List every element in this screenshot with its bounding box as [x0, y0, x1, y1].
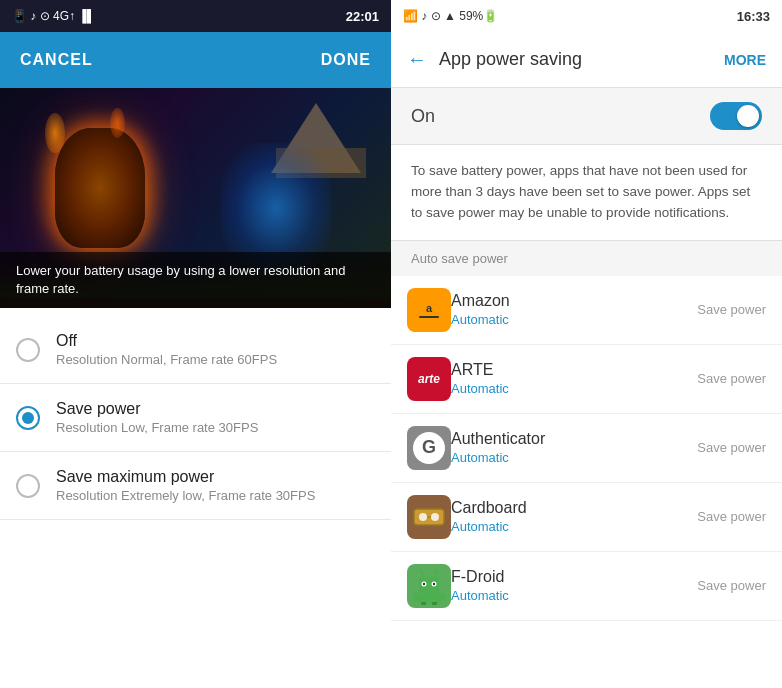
- list-item[interactable]: G Authenticator Automatic Save power: [391, 414, 782, 483]
- arte-name: ARTE: [451, 361, 697, 379]
- option-save-max-text: Save maximum power Resolution Extremely …: [56, 468, 375, 503]
- amazon-info: Amazon Automatic: [451, 292, 697, 327]
- on-label: On: [411, 106, 435, 127]
- right-panel: 📶 ♪ ⊙ ▲ 59%🔋 16:33 ← App power saving MO…: [391, 0, 782, 688]
- app-list: a Amazon Automatic Save power arte ARTE …: [391, 276, 782, 688]
- toggle-switch[interactable]: [710, 102, 762, 130]
- svg-rect-16: [421, 602, 426, 605]
- auth-g-letter: G: [413, 432, 445, 464]
- page-title: App power saving: [439, 49, 724, 70]
- amazon-icon: a: [407, 288, 451, 332]
- option-off-subtitle: Resolution Normal, Frame rate 60FPS: [56, 352, 375, 367]
- svg-point-2: [431, 513, 439, 521]
- fdroid-icon: [407, 564, 451, 608]
- svg-point-8: [433, 583, 435, 585]
- right-status-bar: 📶 ♪ ⊙ ▲ 59%🔋 16:33: [391, 0, 782, 32]
- list-item[interactable]: Cardboard Automatic Save power: [391, 483, 782, 552]
- option-off[interactable]: Off Resolution Normal, Frame rate 60FPS: [0, 316, 391, 384]
- left-toolbar: CANCEL DONE: [0, 32, 391, 88]
- cardboard-info: Cardboard Automatic: [451, 499, 697, 534]
- radio-off[interactable]: [16, 338, 40, 362]
- amazon-action: Save power: [697, 302, 766, 317]
- amazon-sub: Automatic: [451, 312, 697, 327]
- auth-sub: Automatic: [451, 450, 697, 465]
- option-save-power-subtitle: Resolution Low, Frame rate 30FPS: [56, 420, 375, 435]
- arte-info: ARTE Automatic: [451, 361, 697, 396]
- svg-point-11: [420, 569, 423, 572]
- auth-action: Save power: [697, 440, 766, 455]
- option-save-power-title: Save power: [56, 400, 375, 418]
- list-item[interactable]: F-Droid Automatic Save power: [391, 552, 782, 621]
- cardboard-action: Save power: [697, 509, 766, 524]
- game-image: Lower your battery usage by using a lowe…: [0, 88, 391, 308]
- back-button[interactable]: ←: [407, 48, 427, 71]
- left-status-bar: 📱 ♪ ⊙ 4G↑ ▐▌ 22:01: [0, 0, 391, 32]
- arte-action: Save power: [697, 371, 766, 386]
- left-time: 22:01: [346, 9, 379, 24]
- cardboard-sub: Automatic: [451, 519, 697, 534]
- left-status-icons: 📱 ♪ ⊙ 4G↑ ▐▌: [12, 9, 95, 23]
- right-toolbar: ← App power saving MORE: [391, 32, 782, 88]
- toggle-knob: [737, 105, 759, 127]
- cardboard-icon: [407, 495, 451, 539]
- game-caption-text: Lower your battery usage by using a lowe…: [16, 263, 346, 296]
- done-button[interactable]: DONE: [321, 51, 371, 69]
- on-toggle-row: On: [391, 88, 782, 145]
- radio-save-power[interactable]: [16, 406, 40, 430]
- option-save-max[interactable]: Save maximum power Resolution Extremely …: [0, 452, 391, 520]
- fdroid-sub: Automatic: [451, 588, 697, 603]
- svg-point-12: [436, 569, 439, 572]
- fire-particle-2: [110, 108, 125, 138]
- cardboard-name: Cardboard: [451, 499, 697, 517]
- description-box: To save battery power, apps that have no…: [391, 145, 782, 241]
- option-off-text: Off Resolution Normal, Frame rate 60FPS: [56, 332, 375, 367]
- more-button[interactable]: MORE: [724, 52, 766, 68]
- svg-rect-17: [432, 602, 437, 605]
- svg-rect-15: [441, 593, 445, 601]
- arte-icon: arte: [407, 357, 451, 401]
- option-save-power[interactable]: Save power Resolution Low, Frame rate 30…: [0, 384, 391, 452]
- auth-icon: G: [407, 426, 451, 470]
- option-save-power-text: Save power Resolution Low, Frame rate 30…: [56, 400, 375, 435]
- option-off-title: Off: [56, 332, 375, 350]
- game-caption: Lower your battery usage by using a lowe…: [0, 252, 391, 308]
- radio-inner: [22, 412, 34, 424]
- auth-info: Authenticator Automatic: [451, 430, 697, 465]
- option-save-max-subtitle: Resolution Extremely low, Frame rate 30F…: [56, 488, 375, 503]
- option-save-max-title: Save maximum power: [56, 468, 375, 486]
- radio-save-max[interactable]: [16, 474, 40, 498]
- description-text: To save battery power, apps that have no…: [411, 163, 750, 220]
- list-item[interactable]: a Amazon Automatic Save power: [391, 276, 782, 345]
- svg-point-1: [419, 513, 427, 521]
- auto-save-label: Auto save power: [411, 251, 508, 266]
- list-item[interactable]: arte ARTE Automatic Save power: [391, 345, 782, 414]
- auto-save-header: Auto save power: [391, 241, 782, 276]
- svg-rect-14: [413, 593, 417, 601]
- fire-particle-1: [45, 113, 65, 153]
- left-panel: 📱 ♪ ⊙ 4G↑ ▐▌ 22:01 CANCEL DONE Low: [0, 0, 391, 688]
- arte-sub: Automatic: [451, 381, 697, 396]
- svg-point-7: [423, 583, 425, 585]
- fdroid-action: Save power: [697, 578, 766, 593]
- right-time: 16:33: [737, 9, 770, 24]
- fdroid-info: F-Droid Automatic: [451, 568, 697, 603]
- options-list: Off Resolution Normal, Frame rate 60FPS …: [0, 308, 391, 688]
- svg-rect-13: [417, 593, 441, 603]
- creature-body: [55, 128, 145, 248]
- amazon-name: Amazon: [451, 292, 697, 310]
- right-status-icons: 📶 ♪ ⊙ ▲ 59%🔋: [403, 9, 498, 23]
- fdroid-name: F-Droid: [451, 568, 697, 586]
- auth-name: Authenticator: [451, 430, 697, 448]
- cancel-button[interactable]: CANCEL: [20, 51, 93, 69]
